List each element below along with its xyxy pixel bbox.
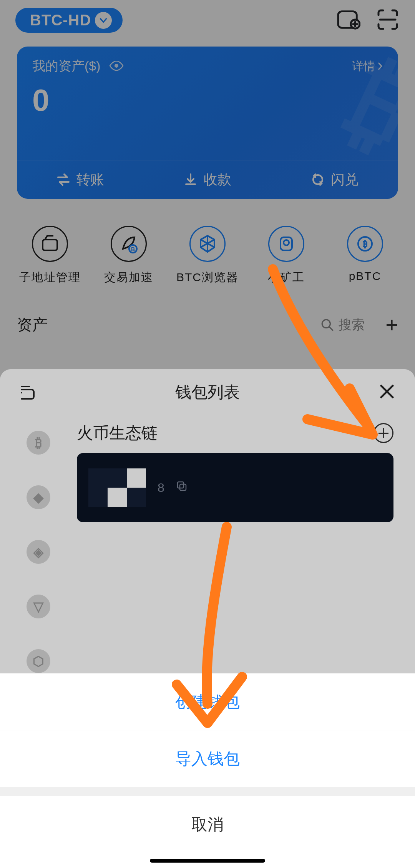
action-sheet-separator — [0, 787, 415, 796]
cards-icon[interactable] — [18, 382, 38, 403]
chain-name: 火币生态链 — [77, 422, 158, 444]
sheet-title: 钱包列表 — [175, 382, 240, 403]
create-wallet-option[interactable]: 创建钱包 — [0, 673, 415, 730]
close-icon[interactable] — [377, 382, 397, 403]
add-circle-icon[interactable] — [374, 423, 393, 443]
copy-icon[interactable] — [176, 480, 188, 495]
wallet-address-tail: 8 — [158, 481, 164, 495]
svg-rect-13 — [180, 484, 186, 490]
action-sheet: 创建钱包 导入钱包 取消 — [0, 673, 415, 868]
chain-item-eth[interactable]: ◆ — [27, 485, 50, 509]
chain-item-btc[interactable]: ₿ — [27, 431, 50, 455]
chain-item-trx[interactable]: ▽ — [27, 595, 50, 618]
import-wallet-option[interactable]: 导入钱包 — [0, 730, 415, 787]
wallet-card[interactable]: 8 — [77, 453, 393, 522]
svg-rect-12 — [178, 482, 184, 488]
cancel-option[interactable]: 取消 — [0, 796, 415, 853]
chain-item-eos[interactable]: ◈ — [27, 540, 50, 564]
home-indicator — [0, 853, 415, 868]
wallet-name-redacted — [88, 468, 146, 507]
chain-item-iost[interactable]: ⬡ — [27, 649, 50, 673]
